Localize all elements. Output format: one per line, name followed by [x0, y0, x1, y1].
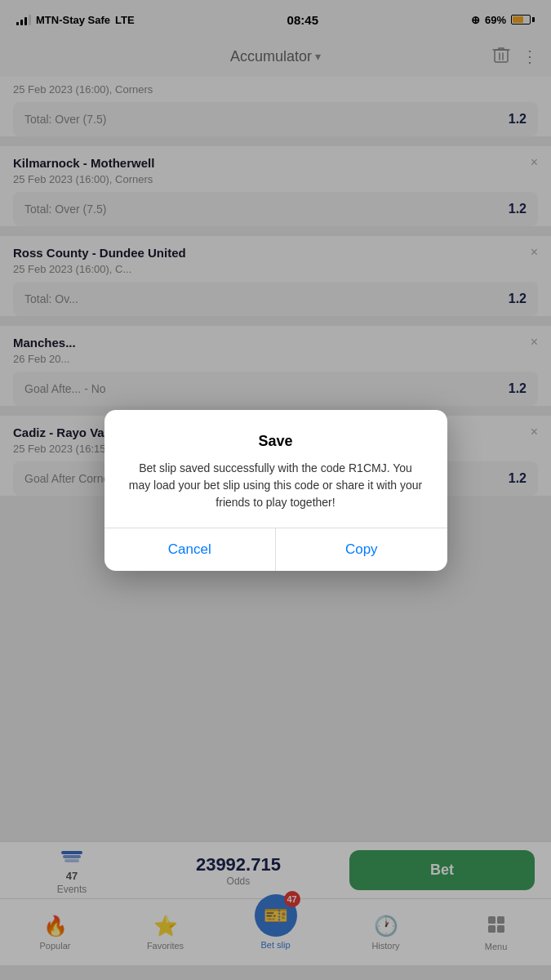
- modal-title: Save: [127, 433, 424, 450]
- modal-actions: Cancel Copy: [104, 528, 447, 571]
- modal-message: Bet slip saved successfully with the cod…: [127, 460, 424, 511]
- copy-button[interactable]: Copy: [276, 528, 447, 571]
- modal-overlay: Save Bet slip saved successfully with th…: [0, 0, 551, 980]
- save-modal: Save Bet slip saved successfully with th…: [104, 410, 447, 571]
- cancel-button[interactable]: Cancel: [104, 528, 276, 571]
- modal-body: Save Bet slip saved successfully with th…: [104, 410, 447, 528]
